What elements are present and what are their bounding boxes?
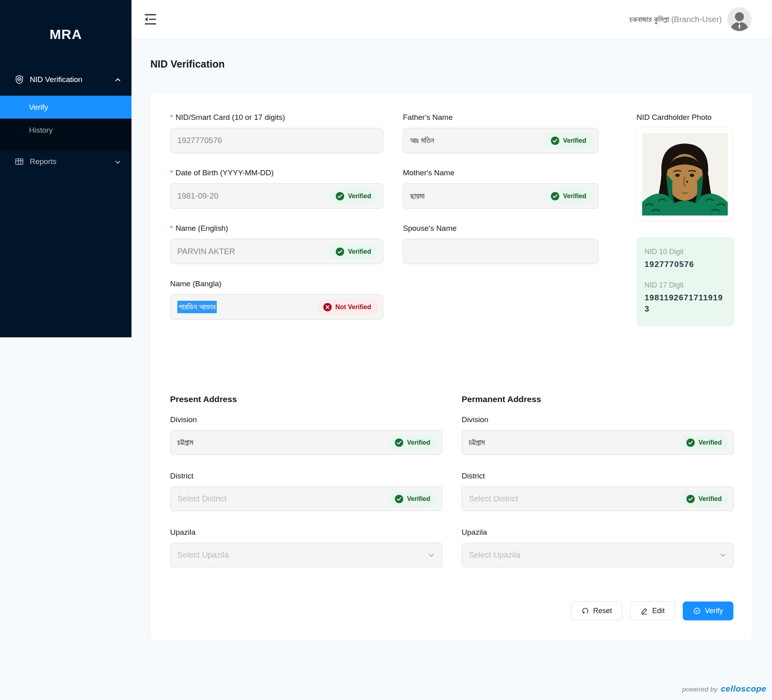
powered-by-text: powered by <box>682 686 718 693</box>
field-permanent-upazila: Upazila Select Upazila <box>462 528 734 567</box>
field-label: * NID/Smart Card (10 or 17 digits) <box>170 113 383 122</box>
form-actions: Reset Edit Verify <box>170 601 733 620</box>
badge-label: Verified <box>563 193 586 200</box>
field-father: Father's Name আঃ মতিন Verified <box>403 113 598 153</box>
nid-input[interactable]: 1927770576 <box>170 128 383 153</box>
footer: powered bycelloscope <box>682 684 766 694</box>
name-bangla-value: পারভিন আক্তার <box>177 301 217 313</box>
badge-label: Verified <box>563 137 586 144</box>
name-bangla-label: Name (Bangla) <box>170 279 222 288</box>
present-upazila-select[interactable]: Select Upazila <box>170 543 442 567</box>
permanent-division-value: চট্টগ্রাম <box>469 438 485 447</box>
address-section: Present Address Division চট্টগ্রাম Verif… <box>170 394 733 584</box>
spouse-input[interactable] <box>403 239 598 264</box>
division-label: Division <box>170 415 197 424</box>
badge-label: Verified <box>348 193 371 200</box>
sidebar-item-label: Verify <box>29 103 48 112</box>
mother-label: Mother's Name <box>403 168 454 177</box>
edit-button[interactable]: Edit <box>630 601 675 620</box>
verified-badge: Verified <box>329 189 378 203</box>
verify-button[interactable]: Verify <box>683 601 733 620</box>
nid17-value: 19811926717119193 <box>645 292 727 314</box>
logged-in-user: চকবাজার কুমিল্লা (Branch-User) <box>629 15 722 24</box>
menu-fold-icon[interactable] <box>144 14 157 25</box>
field-mother: Mother's Name ছায়মা Verified <box>403 168 598 209</box>
permanent-district-select[interactable]: Select District Verified <box>462 487 734 511</box>
required-asterisk: * <box>170 113 173 122</box>
name-english-input[interactable]: PARVIN AKTER Verified <box>170 239 383 264</box>
chevron-down-icon <box>428 552 435 558</box>
celloscope-logo[interactable]: celloscope <box>721 684 766 693</box>
check-circle-icon <box>693 607 701 615</box>
father-input[interactable]: আঃ মতিন Verified <box>403 128 598 153</box>
verified-badge: Verified <box>388 491 437 506</box>
check-circle-icon <box>336 192 344 200</box>
nid-verification-submenu: Verify History <box>0 96 131 150</box>
present-district-placeholder: Select District <box>177 494 226 503</box>
permanent-division-input[interactable]: চট্টগ্রাম Verified <box>462 430 734 455</box>
permanent-address-title: Permanent Address <box>462 394 734 404</box>
chevron-up-icon <box>115 76 121 83</box>
present-division-input[interactable]: চট্টগ্রাম Verified <box>170 430 442 455</box>
top-header: চকবাজার কুমিল্লা (Branch-User) <box>131 0 772 39</box>
father-label: Father's Name <box>403 113 453 122</box>
dob-input[interactable]: 1981-09-20 Verified <box>170 183 383 209</box>
name-bangla-input[interactable]: পারভিন আক্তার Not Verified <box>170 294 383 320</box>
badge-label: Not Verified <box>335 304 371 311</box>
verified-badge: Verified <box>329 244 378 259</box>
not-verified-badge: Not Verified <box>316 300 378 314</box>
division-label: Division <box>462 415 489 424</box>
field-permanent-district: District Select District Verified <box>462 472 734 511</box>
verified-badge: Verified <box>680 491 729 506</box>
upazila-label: Upazila <box>462 528 487 537</box>
upazila-label: Upazila <box>170 528 195 537</box>
shield-id-icon <box>14 75 24 84</box>
check-circle-icon <box>395 438 403 447</box>
nid10-label: NID 10 Digit <box>645 248 727 256</box>
sidebar: MRA NID Verification Verify History <box>0 0 131 337</box>
required-asterisk: * <box>170 168 173 177</box>
present-district-select[interactable]: Select District Verified <box>170 487 442 511</box>
permanent-address: Permanent Address Division চট্টগ্রাম Ver… <box>462 394 734 584</box>
nid17-label: NID 17 Digit <box>645 281 727 289</box>
field-present-division: Division চট্টগ্রাম Verified <box>170 415 442 455</box>
avatar[interactable] <box>727 7 752 32</box>
field-label: Name (Bangla) <box>170 279 383 288</box>
check-circle-icon <box>551 192 559 200</box>
name-english-value: PARVIN AKTER <box>177 247 235 256</box>
field-present-upazila: Upazila Select Upazila <box>170 528 442 567</box>
present-upazila-placeholder: Select Upazila <box>177 550 229 560</box>
district-label: District <box>462 472 485 480</box>
permanent-upazila-select[interactable]: Select Upazila <box>462 543 734 567</box>
verified-badge: Verified <box>388 435 437 450</box>
check-circle-icon <box>336 247 344 256</box>
sidebar-item-reports[interactable]: Reports <box>0 150 131 173</box>
nid-value: 1927770576 <box>177 136 222 145</box>
sidebar-item-verify[interactable]: Verify <box>0 96 131 119</box>
spouse-label: Spouse's Name <box>403 224 457 233</box>
permanent-upazila-placeholder: Select Upazila <box>469 550 520 560</box>
badge-label: Verified <box>407 495 430 503</box>
sidebar-item-nid-verification[interactable]: NID Verification <box>0 68 131 91</box>
nid-summary-box: NID 10 Digit 1927770576 NID 17 Digit 198… <box>636 237 735 326</box>
table-icon <box>14 157 24 166</box>
reset-button[interactable]: Reset <box>571 601 622 620</box>
reload-icon <box>581 607 589 615</box>
field-nid: * NID/Smart Card (10 or 17 digits) 19277… <box>170 113 383 153</box>
sidebar-item-history[interactable]: History <box>0 119 131 142</box>
mother-input[interactable]: ছায়মা Verified <box>403 183 598 209</box>
nid-verification-card: * NID/Smart Card (10 or 17 digits) 19277… <box>150 93 752 640</box>
check-circle-icon <box>395 495 403 503</box>
field-name-english: * Name (English) PARVIN AKTER Verified <box>170 224 383 264</box>
mother-value: ছায়মা <box>410 191 425 201</box>
present-address: Present Address Division চট্টগ্রাম Verif… <box>170 394 442 584</box>
field-label: * Name (English) <box>170 224 383 233</box>
field-dob: * Date of Birth (YYYY-MM-DD) 1981-09-20 … <box>170 168 383 209</box>
field-spouse: Spouse's Name <box>403 224 598 264</box>
edit-pencil-icon <box>641 607 648 615</box>
chevron-down-icon <box>720 552 726 558</box>
field-permanent-division: Division চট্টগ্রাম Verified <box>462 415 734 455</box>
district-label: District <box>170 472 193 480</box>
badge-label: Verified <box>698 439 722 446</box>
verified-badge: Verified <box>680 435 729 450</box>
